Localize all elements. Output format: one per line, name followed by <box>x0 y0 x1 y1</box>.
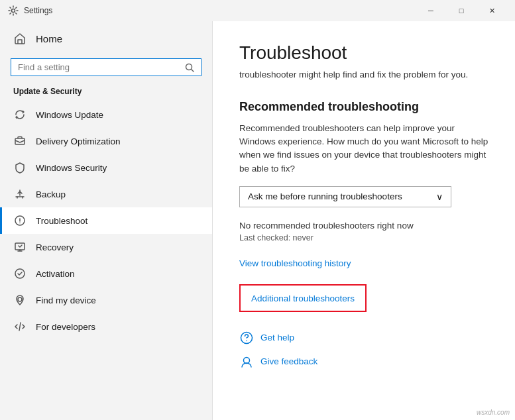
troubleshooter-dropdown[interactable]: Ask me before running troubleshooters ∨ <box>239 186 451 207</box>
settings-app-icon <box>8 5 19 16</box>
help-circle-icon <box>239 331 254 345</box>
get-help-item[interactable]: Get help <box>239 331 488 345</box>
minimize-button[interactable]: ─ <box>416 0 446 21</box>
page-title: Troubleshoot <box>239 42 488 64</box>
recommended-section-title: Recommended troubleshooting <box>239 100 488 114</box>
no-troubleshooters-text: No recommended troubleshooters right now <box>239 221 488 231</box>
activation-icon <box>13 267 27 280</box>
sidebar: Home Update & Security Wi <box>0 21 212 420</box>
app-container: Home Update & Security Wi <box>0 21 515 420</box>
sidebar-item-label: Delivery Optimization <box>36 136 121 146</box>
home-label: Home <box>36 33 62 44</box>
troubleshoot-icon <box>13 214 27 227</box>
svg-point-7 <box>18 297 22 301</box>
sidebar-item-label: Backup <box>36 189 66 199</box>
additional-troubleshooters-box: Additional troubleshooters <box>239 284 367 312</box>
section-description: Recommended troubleshooters can help imp… <box>239 122 488 176</box>
update-icon <box>13 108 27 121</box>
sidebar-section-label: Update & Security <box>0 84 212 101</box>
last-checked-text: Last checked: never <box>239 233 488 242</box>
sidebar-item-activation[interactable]: Activation <box>0 260 212 287</box>
sidebar-item-for-developers[interactable]: For developers <box>0 313 212 340</box>
give-feedback-item[interactable]: Give feedback <box>239 354 488 369</box>
titlebar-left: Settings <box>8 5 52 16</box>
svg-point-9 <box>246 341 247 342</box>
help-links: Get help Give feedback <box>239 331 488 369</box>
recovery-icon <box>13 240 27 254</box>
chevron-down-icon: ∨ <box>436 191 443 202</box>
sidebar-item-label: For developers <box>36 322 95 332</box>
sidebar-item-label: Recovery <box>36 242 74 252</box>
svg-point-10 <box>244 357 250 363</box>
titlebar-controls: ─ □ ✕ <box>416 0 507 21</box>
security-icon <box>13 161 27 174</box>
sidebar-item-find-my-device[interactable]: Find my device <box>0 287 212 313</box>
sidebar-item-windows-security[interactable]: Windows Security <box>0 154 212 181</box>
svg-point-4 <box>19 223 21 224</box>
titlebar: Settings ─ □ ✕ <box>0 0 515 21</box>
maximize-button[interactable]: □ <box>446 0 477 21</box>
sidebar-item-label: Activation <box>36 269 75 279</box>
feedback-icon <box>239 354 254 369</box>
find-device-icon <box>13 293 27 307</box>
get-help-label: Get help <box>260 333 294 342</box>
sidebar-item-label: Troubleshoot <box>36 216 87 226</box>
developers-icon <box>13 320 27 333</box>
sidebar-item-home[interactable]: Home <box>0 21 212 56</box>
intro-text: troubleshooter might help find and fix t… <box>239 69 488 81</box>
sidebar-item-label: Find my device <box>36 295 96 305</box>
give-feedback-label: Give feedback <box>260 356 317 366</box>
svg-point-0 <box>12 9 15 13</box>
home-icon <box>13 32 27 45</box>
sidebar-item-recovery[interactable]: Recovery <box>0 234 212 260</box>
view-troubleshooting-history-link[interactable]: View troubleshooting history <box>239 258 488 268</box>
backup-icon <box>13 187 27 201</box>
dropdown-label: Ask me before running troubleshooters <box>248 191 402 201</box>
close-button[interactable]: ✕ <box>477 0 507 21</box>
titlebar-title: Settings <box>24 6 52 15</box>
additional-troubleshooters-link[interactable]: Additional troubleshooters <box>251 293 355 303</box>
sidebar-item-windows-update[interactable]: Windows Update <box>0 101 212 128</box>
sidebar-item-troubleshoot[interactable]: Troubleshoot <box>0 207 212 234</box>
search-box[interactable] <box>11 58 201 76</box>
sidebar-item-delivery-optimization[interactable]: Delivery Optimization <box>0 128 212 154</box>
sidebar-item-label: Windows Security <box>36 163 107 173</box>
sidebar-item-label: Windows Update <box>36 110 103 120</box>
main-content: Troubleshoot troubleshooter might help f… <box>212 21 515 420</box>
sidebar-item-backup[interactable]: Backup <box>0 181 212 207</box>
watermark: wsxdn.com <box>477 409 510 416</box>
delivery-icon <box>13 134 27 148</box>
search-input[interactable] <box>18 62 180 72</box>
search-icon <box>185 63 194 72</box>
